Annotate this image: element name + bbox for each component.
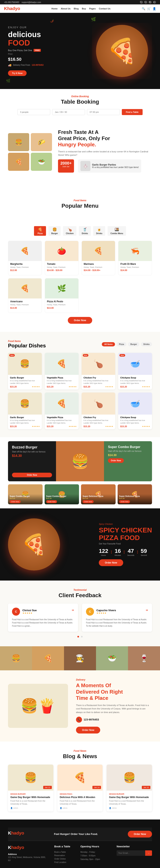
booking-time-input[interactable] [87, 109, 120, 115]
spicy-pizza-visual [8, 518, 60, 570]
sub-btn-1[interactable]: Order Now [46, 500, 57, 503]
newsletter-email-input[interactable] [117, 850, 145, 856]
dish-img-6: 🍗 [82, 393, 115, 414]
count-hours: 122 Hours [99, 548, 108, 556]
dish-price-1: $15.20 [47, 385, 53, 388]
spicy-content: Spicy Chicken SPICY CHICKEN PIZZA FOOD G… [99, 523, 152, 566]
logo-text: K [4, 6, 7, 11]
dish-desc-7: It is a long established has true Lander… [120, 419, 150, 424]
cat-chicken[interactable]: 🍗 Chicken [63, 226, 76, 236]
burger-cat-icon: 🍔 [52, 227, 57, 232]
filter-all[interactable]: All Items [102, 342, 115, 346]
cat-drinks2[interactable]: 🍺 Drinks [93, 226, 105, 236]
sub-btn-2[interactable]: Order Now [83, 500, 93, 503]
newsletter-submit-btn[interactable]: → [145, 850, 152, 856]
delivery-order-btn[interactable]: Order Now [76, 727, 100, 734]
footer-link-2[interactable]: Order Online [54, 857, 74, 861]
feedback-0: C Chrissi Sue ★★★★★ " Food Hub is a cool… [8, 603, 78, 632]
cat-combo-label: Combo Menu [110, 232, 123, 235]
ig-icon[interactable]: in [149, 1, 152, 4]
nav-pages[interactable]: Pages [89, 7, 95, 10]
dish-rating-0: ★★★★★ [32, 386, 40, 388]
site-logo[interactable]: Khadyo [4, 6, 20, 11]
menu-desc-5: Honey, Toast, Premium [47, 304, 76, 306]
garlic-text: Garlic Burger Parties It's a tiny prohib… [92, 163, 139, 168]
fb-icon[interactable]: f [140, 1, 143, 4]
menu-order-btn[interactable]: Order Now [68, 317, 92, 324]
cat-drinks-label: Drinks [82, 232, 88, 235]
footer-order-btn[interactable]: Order Now [128, 831, 152, 838]
yt-icon[interactable]: y [153, 1, 156, 4]
filter-pizza[interactable]: Pizza [117, 342, 126, 346]
delivery-content: Delivery A Moments Of Delivered On Right… [76, 678, 152, 733]
menu-item-4: 🍕 Americano Honey, Toast, Premium $14.00 [8, 278, 42, 313]
blog-post-0: 🍔 Jan 12 Design Burger Game Day Burger W… [8, 765, 53, 811]
footer-col-hours: Opening Hours Monday - Friday:7:00am - 9… [80, 845, 111, 864]
blog-title-0: Game Day Burger With Homemade [10, 796, 51, 799]
tw-icon[interactable]: t [145, 1, 147, 4]
dish-badge-0: New [9, 354, 15, 356]
super-desc: Start off the day's fun with our famous [108, 450, 148, 452]
sub-title-2: Super Delicious Pizza [83, 495, 114, 497]
menu-desc-0: Honey, Toast, Premium [10, 266, 40, 269]
nav-home[interactable]: Home [51, 7, 57, 10]
hero-order-btn[interactable]: Try It Now [8, 70, 27, 76]
footer-link-0[interactable]: Book a Table [54, 850, 74, 854]
cat-combo[interactable]: 🍱 Combo Menu [108, 226, 126, 236]
dish-rating-6: ★★★★★ [105, 425, 113, 427]
dot-active[interactable] [77, 636, 79, 638]
cat-pizza[interactable]: 🍕 Pizza [34, 226, 46, 236]
buzzed-order-btn[interactable]: Order Now [12, 473, 52, 477]
dish-desc-1: It is a long established has true Lander… [47, 379, 77, 384]
nav-buy[interactable]: Buy [82, 7, 86, 10]
nav-blog[interactable]: Blog [74, 7, 79, 10]
footer-link-3[interactable]: Find Location [54, 861, 74, 864]
dish-img-4: 🍔 [8, 393, 42, 414]
blog-date-2: Jan 16 [142, 786, 150, 789]
sub-btn-0[interactable]: Order Now [10, 500, 21, 503]
menu-price-3: $14.00 [120, 269, 150, 272]
booking-submit-btn[interactable]: Find a Table [122, 109, 143, 115]
filter-burger[interactable]: Burger [128, 342, 139, 346]
dish-6: 🍗 Chicken Fry It is a long established h… [82, 393, 115, 429]
dish-desc-4: It is a long established has true Lander… [10, 419, 40, 424]
sep-1: : [111, 548, 112, 556]
topbar-phone: +91-9917560483 [4, 1, 19, 3]
blog-grid: 🍔 Jan 12 Design Burger Game Day Burger W… [8, 765, 152, 811]
sub-price-0: $14.30 [10, 497, 41, 499]
user-icon[interactable]: 👤 [153, 7, 156, 10]
blog-title-2: Game Day Burger With Homemade [109, 796, 150, 799]
spicy-headline: SPICY CHICKEN PIZZA FOOD [99, 526, 152, 541]
avatar-1: C [86, 608, 94, 616]
spicy-order-btn[interactable]: Order Now [99, 559, 123, 566]
sub-btn-3[interactable]: Order Now [119, 500, 130, 503]
booking-date-input[interactable] [52, 109, 85, 115]
cat-drinks[interactable]: 🥤 Drinks [79, 226, 91, 236]
feedback-grid: C Chrissi Sue ★★★★★ " Food Hub is a cool… [8, 603, 152, 632]
filter-drinks[interactable]: Drinks [141, 342, 152, 346]
gallery-section: 🍔 🍕 👨‍🍳 🥗 🍷 [0, 646, 160, 670]
footer-col-logo: Khadyo [8, 845, 48, 850]
dish-rating-1: ★★★★★ [69, 386, 77, 388]
search-icon[interactable]: 🔍 [142, 7, 145, 10]
sub-title-1: Super Combo Burger [46, 495, 78, 497]
nav-about[interactable]: About Us [61, 7, 71, 10]
dish-1: 🍕 Vegetable Pizza It is a long establish… [45, 353, 79, 390]
dot-1[interactable] [81, 636, 83, 638]
cat-pizza-label: Pizza [38, 232, 43, 235]
buzzed-price: $14.30 [12, 454, 52, 458]
dishes-badge: Food Items [8, 340, 46, 343]
cat-burger[interactable]: 🍔 Burger [48, 226, 61, 236]
dish-rating-7: ★★★★★ [142, 425, 150, 427]
footer-link-1[interactable]: Reservation [54, 854, 74, 857]
cart-icon[interactable]: 🛒 [147, 7, 151, 10]
booking-people-input[interactable] [17, 109, 50, 115]
menu-desc-1: Honey, Toast, Premium [47, 266, 76, 269]
menu-title: Popular Menu [16, 203, 144, 209]
super-price: $14.30 [108, 454, 148, 457]
feedback-title: Client Feedback [8, 592, 152, 598]
super-order-btn[interactable]: Order Now [108, 458, 124, 463]
sep-3: : [137, 548, 138, 556]
menu-img-5: 🌿 [45, 278, 78, 299]
nav-contact[interactable]: Contact Us [99, 7, 110, 10]
